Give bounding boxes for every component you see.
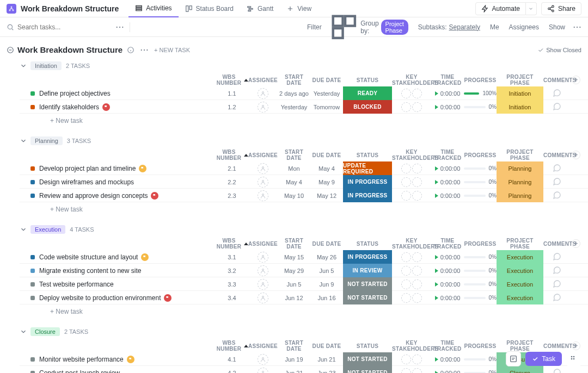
status-cell[interactable]: READY [343, 86, 392, 100]
col-assignee[interactable]: Assignee [248, 343, 278, 349]
stakeholders-cell[interactable] [392, 355, 431, 364]
status-cell[interactable]: IN REVIEW [343, 264, 392, 277]
add-column-icon[interactable]: + [572, 239, 580, 248]
start-date-cell[interactable]: May 29 [278, 268, 310, 274]
phase-cell[interactable]: Planning [497, 161, 543, 175]
col-wbs-number[interactable]: WBS Number [216, 74, 248, 86]
comment-icon[interactable] [553, 252, 562, 262]
col-comments[interactable]: Comments [543, 77, 572, 83]
collapse-group-icon[interactable] [20, 226, 27, 233]
comment-icon[interactable] [553, 177, 562, 187]
col-status[interactable]: Status [343, 77, 392, 83]
col-wbs-number[interactable]: WBS Number [216, 238, 248, 250]
progress-cell[interactable]: 0% [464, 356, 497, 362]
col-stakeholders[interactable]: Key Stakeholders [392, 74, 431, 86]
time-tracked-cell[interactable]: 0:00:00 [431, 370, 464, 374]
due-date-cell[interactable]: Jun 5 [310, 268, 343, 274]
time-tracked-cell[interactable]: 0:00:00 [431, 165, 464, 172]
col-status[interactable]: Status [343, 241, 392, 247]
time-tracked-cell[interactable]: 0:00:00 [431, 104, 464, 110]
start-date-cell[interactable]: May 4 [278, 179, 310, 185]
stakeholders-cell[interactable] [392, 252, 431, 262]
play-icon[interactable] [435, 282, 438, 287]
group-by-button[interactable]: Group by: Project Phase [329, 13, 408, 42]
group-more-icon[interactable]: ⋯ [140, 45, 149, 55]
due-date-cell[interactable]: Jun 9 [310, 281, 343, 288]
col-wbs-number[interactable]: WBS Number [216, 340, 248, 352]
filter-button[interactable]: Filter [305, 23, 322, 31]
progress-cell[interactable]: 0% [464, 192, 497, 198]
task-row[interactable]: Conduct post-launch review 4.2 Jun 21 Ju… [20, 366, 588, 373]
start-date-cell[interactable]: May 15 [278, 254, 310, 260]
new-task-row[interactable]: + New task [20, 114, 588, 132]
time-tracked-cell[interactable]: 0:00:00 [431, 254, 464, 260]
col-wbs-number[interactable]: WBS Number [216, 149, 248, 161]
task-row[interactable]: Identify stakeholders 1.2 Yesterday Tomo… [20, 100, 588, 114]
play-icon[interactable] [435, 357, 438, 362]
col-assignee[interactable]: Assignee [248, 77, 278, 83]
due-date-cell[interactable]: Jun 21 [310, 356, 343, 363]
subbar-more-icon[interactable]: ⋯ [573, 22, 581, 32]
progress-cell[interactable]: 0% [464, 254, 497, 260]
status-cell[interactable]: IN PROGRESS [343, 175, 392, 189]
assignee-empty[interactable] [258, 177, 268, 188]
time-tracked-cell[interactable]: 0:00:00 [431, 179, 464, 185]
priority-flag-icon[interactable] [141, 253, 149, 261]
col-progress[interactable]: Progress [464, 77, 497, 83]
priority-flag-icon[interactable] [139, 165, 146, 172]
col-progress[interactable]: Progress [464, 343, 497, 349]
start-date-cell[interactable]: May 10 [278, 192, 310, 199]
subtasks-button[interactable]: Subtasks: Separately [416, 23, 480, 31]
assignee-empty[interactable] [258, 163, 268, 174]
col-phase[interactable]: Project Phase [497, 149, 543, 161]
assignee-empty[interactable] [258, 252, 268, 263]
assignees-button[interactable]: Assignees [507, 23, 539, 31]
start-date-cell[interactable]: Jun 19 [278, 356, 310, 363]
status-cell[interactable]: IN PROGRESS [343, 250, 392, 264]
col-phase[interactable]: Project Phase [497, 238, 543, 250]
phase-cell[interactable]: Execution [497, 250, 543, 264]
assignee-empty[interactable] [258, 279, 268, 290]
stakeholders-cell[interactable] [392, 89, 431, 98]
col-due[interactable]: Due Date [310, 152, 343, 158]
progress-cell[interactable]: 0% [464, 370, 497, 373]
col-due[interactable]: Due Date [310, 77, 343, 83]
status-cell[interactable]: NOT STARTED [343, 277, 392, 291]
new-task-button[interactable]: Task [525, 352, 562, 366]
play-icon[interactable] [435, 180, 438, 184]
progress-cell[interactable]: 0% [464, 268, 497, 273]
start-date-cell[interactable]: 2 days ago [278, 90, 310, 97]
progress-cell[interactable]: 0% [464, 179, 497, 185]
collapse-group-icon[interactable] [20, 137, 27, 145]
priority-flag-icon[interactable] [164, 294, 171, 302]
tab-status-board[interactable]: Status Board [179, 0, 240, 17]
due-date-cell[interactable]: May 9 [310, 179, 343, 185]
status-cell[interactable]: BLOCKED [343, 100, 392, 114]
comment-icon[interactable] [553, 266, 562, 276]
tab-activities[interactable]: Activities [128, 0, 178, 17]
time-tracked-cell[interactable]: 0:00:00 [431, 268, 464, 274]
status-chip[interactable]: Execution [30, 225, 65, 234]
phase-cell[interactable]: Planning [497, 189, 543, 202]
phase-cell[interactable]: Closure [497, 366, 543, 373]
due-date-cell[interactable]: May 4 [310, 165, 343, 172]
add-column-icon[interactable]: + [572, 151, 580, 159]
assignee-empty[interactable] [258, 102, 268, 113]
progress-cell[interactable]: 0% [464, 104, 497, 110]
phase-cell[interactable]: Planning [497, 175, 543, 189]
due-date-cell[interactable]: May 12 [310, 192, 343, 199]
assignee-empty[interactable] [258, 265, 268, 276]
task-row[interactable]: Define project objectives 1.1 2 days ago… [20, 86, 588, 100]
assignee-empty[interactable] [258, 354, 268, 365]
status-cell[interactable]: NOT STARTED [343, 352, 392, 366]
status-chip[interactable]: Closure [30, 327, 60, 336]
stakeholders-cell[interactable] [392, 293, 431, 303]
stakeholders-cell[interactable] [392, 177, 431, 187]
col-progress[interactable]: Progress [464, 152, 497, 158]
phase-cell[interactable]: Execution [497, 277, 543, 291]
time-tracked-cell[interactable]: 0:00:00 [431, 295, 464, 301]
task-row[interactable]: Design wireframes and mockups 2.2 May 4 … [20, 175, 588, 189]
new-task-row[interactable]: + New task [20, 304, 588, 323]
task-row[interactable]: Migrate existing content to new site 3.2… [20, 264, 588, 277]
task-row[interactable]: Code website structure and layout 3.1 Ma… [20, 250, 588, 264]
